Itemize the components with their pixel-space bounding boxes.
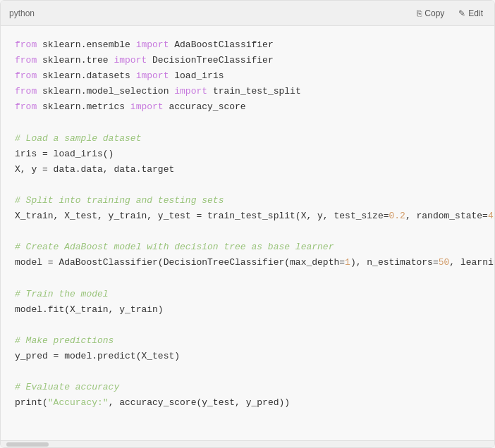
language-label: python xyxy=(9,8,35,18)
edit-button[interactable]: ✎ Edit xyxy=(456,7,486,20)
edit-icon: ✎ xyxy=(458,8,465,18)
code-container: python ⎘ Copy ✎ Edit from sklearn.ensemb… xyxy=(0,0,495,448)
header-actions: ⎘ Copy ✎ Edit xyxy=(414,7,486,20)
copy-icon: ⎘ xyxy=(417,8,422,18)
horizontal-scrollbar[interactable] xyxy=(1,440,494,447)
code-body[interactable]: from sklearn.ensemble import AdaBoostCla… xyxy=(1,26,494,440)
scrollbar-thumb[interactable] xyxy=(6,442,49,447)
edit-label: Edit xyxy=(468,8,483,18)
copy-button[interactable]: ⎘ Copy xyxy=(414,7,447,20)
code-block: from sklearn.ensemble import AdaBoostCla… xyxy=(15,37,480,411)
copy-label: Copy xyxy=(424,8,444,18)
header-bar: python ⎘ Copy ✎ Edit xyxy=(1,1,494,26)
